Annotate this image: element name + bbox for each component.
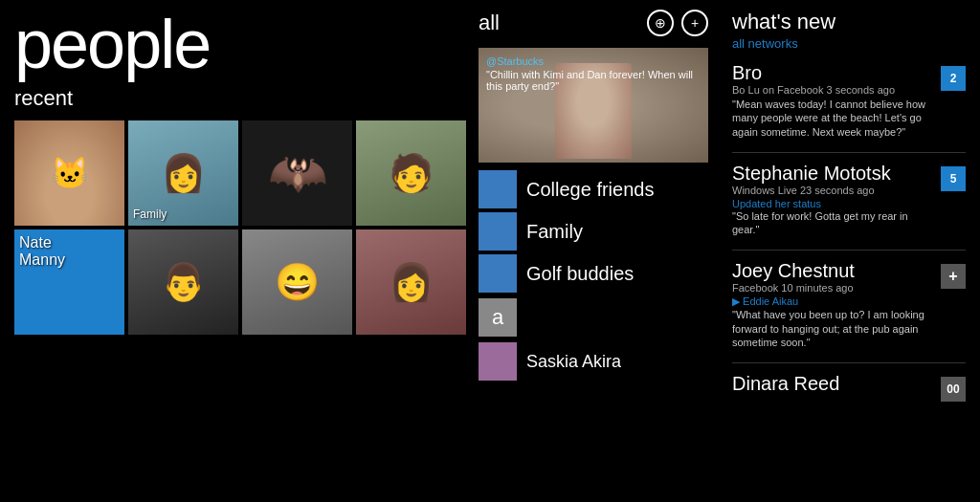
activity-dinara: Dinara Reed 00 xyxy=(732,373,966,402)
featured-username: @Starbucks xyxy=(486,55,701,67)
contact-row-saskia[interactable]: Saskia Akira xyxy=(479,342,708,381)
recent-label: recent xyxy=(14,86,455,111)
contact-name-saskia: Saskia Akira xyxy=(526,352,621,372)
activity-joey-source: Facebook 10 minutes ago xyxy=(732,282,933,294)
alpha-box-a: a xyxy=(479,298,517,337)
recent-tile-2[interactable]: 👩 Family xyxy=(128,120,238,226)
all-icons: ⊕ + xyxy=(647,10,708,36)
recent-tile-8[interactable]: 👩 xyxy=(356,229,466,335)
recent-tile-1[interactable]: 🐱 xyxy=(14,120,124,226)
activity-dinara-name: Dinara Reed xyxy=(732,373,933,395)
tile-8-image: 👩 xyxy=(356,229,466,335)
activity-bro-name: Bro xyxy=(732,62,933,84)
recent-tile-4[interactable]: 🧑 xyxy=(356,120,466,226)
tile-3-image: 🦇 xyxy=(268,145,327,201)
all-header: all ⊕ + xyxy=(479,10,708,36)
group-list: College friends Family Golf buddies xyxy=(479,170,708,293)
activity-dinara-badge: 00 xyxy=(941,377,966,402)
left-panel: people recent 🐱 👩 Family 🦇 🧑 NateManny 👨 xyxy=(0,0,469,502)
activity-dinara-content: Dinara Reed xyxy=(732,373,933,402)
right-panel: what's new all networks Bro Bo Lu on Fac… xyxy=(718,0,980,502)
recent-tile-3[interactable]: 🦇 xyxy=(242,120,352,226)
group-college-friends[interactable]: College friends xyxy=(479,170,708,208)
activity-bro-badge: 2 xyxy=(941,66,966,91)
group-name-golf: Golf buddies xyxy=(526,263,634,285)
group-icon-golf xyxy=(479,254,517,293)
activity-stephanie: Stephanie Mototsk Windows Live 23 second… xyxy=(732,163,966,237)
group-golf-buddies[interactable]: Golf buddies xyxy=(479,254,708,293)
activity-stephanie-text: "So late for work! Gotta get my rear in … xyxy=(732,209,933,237)
tile-1-image: 🐱 xyxy=(14,120,124,226)
nate-manny-label: NateManny xyxy=(19,234,65,268)
activity-stephanie-badge: 5 xyxy=(941,166,966,191)
tile-2-label: Family xyxy=(133,207,167,221)
app-title: people xyxy=(14,10,455,78)
activity-bro: Bro Bo Lu on Facebook 3 seconds ago "Mea… xyxy=(732,62,966,139)
middle-panel: all ⊕ + @Starbucks "Chillin with Kimi an… xyxy=(469,0,718,502)
all-networks-filter[interactable]: all networks xyxy=(732,36,966,51)
divider-3 xyxy=(732,362,966,363)
tile-7-image: 😄 xyxy=(242,229,352,335)
activity-bro-text: "Mean waves today! I cannot believe how … xyxy=(732,98,933,139)
group-family[interactable]: Family xyxy=(479,212,708,251)
tile-4-image: 🧑 xyxy=(356,120,466,226)
group-name-family: Family xyxy=(526,221,583,243)
tile-6-image: 👨 xyxy=(128,229,238,335)
whats-new-title: what's new xyxy=(732,10,966,34)
recent-grid: 🐱 👩 Family 🦇 🧑 NateManny 👨 😄 👩 xyxy=(14,120,455,335)
add-contact-icon[interactable]: + xyxy=(681,10,708,36)
featured-text: "Chillin with Kimi and Dan forever! When… xyxy=(486,69,701,92)
group-name-college: College friends xyxy=(526,179,654,201)
activity-joey-name: Joey Chestnut xyxy=(732,260,933,282)
activity-bro-source: Bo Lu on Facebook 3 seconds ago xyxy=(732,84,933,96)
activity-stephanie-source: Windows Live 23 seconds ago xyxy=(732,185,933,196)
divider-1 xyxy=(732,152,966,153)
activity-joey-text: "What have you been up to? I am looking … xyxy=(732,308,933,349)
search-icon[interactable]: ⊕ xyxy=(647,10,674,36)
featured-contact-overlay: @Starbucks "Chillin with Kimi and Dan fo… xyxy=(486,55,701,92)
activity-joey-badge: + xyxy=(941,264,966,289)
activity-stephanie-name: Stephanie Mototsk xyxy=(732,163,933,185)
alpha-divider-a: a xyxy=(479,298,708,337)
activity-stephanie-content: Stephanie Mototsk Windows Live 23 second… xyxy=(732,163,933,237)
activity-joey-content: Joey Chestnut Facebook 10 minutes ago ▶ … xyxy=(732,260,933,349)
recent-tile-6[interactable]: 👨 xyxy=(128,229,238,335)
recent-tile-nate-manny[interactable]: NateManny xyxy=(14,229,124,335)
recent-tile-7[interactable]: 😄 xyxy=(242,229,352,335)
activity-joey-link: ▶ Eddie Aikau xyxy=(732,295,933,308)
group-icon-college xyxy=(479,170,517,208)
featured-contact-tile[interactable]: @Starbucks "Chillin with Kimi and Dan fo… xyxy=(479,48,708,163)
activity-bro-content: Bro Bo Lu on Facebook 3 seconds ago "Mea… xyxy=(732,62,933,139)
activity-stephanie-link: Updated her status xyxy=(732,198,933,209)
group-icon-family xyxy=(479,212,517,251)
contact-thumb-saskia xyxy=(479,342,517,381)
divider-2 xyxy=(732,250,966,251)
all-section-title: all xyxy=(479,11,647,35)
activity-joey: Joey Chestnut Facebook 10 minutes ago ▶ … xyxy=(732,260,966,349)
